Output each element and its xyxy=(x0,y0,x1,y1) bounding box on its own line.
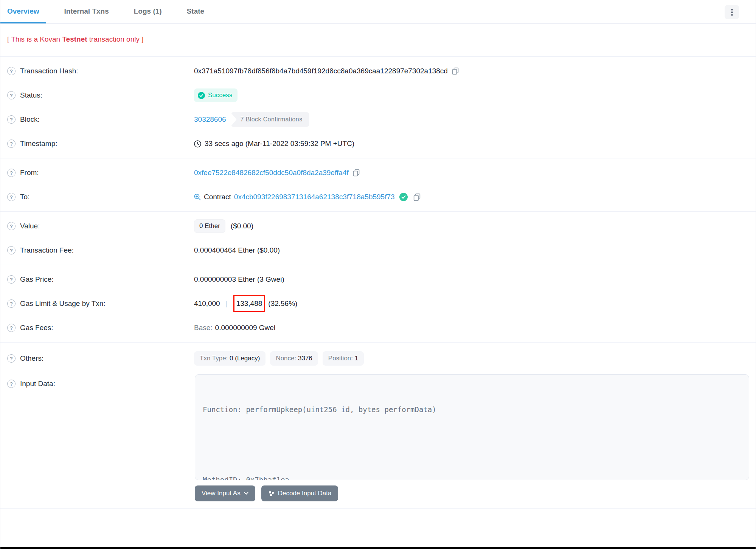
block-number-link[interactable]: 30328606 xyxy=(194,115,226,124)
others-section: ? Others: Txn Type: 0 (Legacy) Nonce: 33… xyxy=(0,343,756,509)
from-label: From: xyxy=(20,169,39,177)
copy-icon[interactable] xyxy=(413,193,421,201)
input-data-label: Input Data: xyxy=(20,380,55,388)
row-gas-price: ? Gas Price: 0.000000003 Ether (3 Gwei) xyxy=(0,267,756,292)
row-transaction-fee: ? Transaction Fee: 0.000400464 Ether ($0… xyxy=(0,238,756,262)
row-transaction-hash: ? Transaction Hash: 0x371a51097fb78df856… xyxy=(0,59,756,83)
help-icon[interactable]: ? xyxy=(7,354,16,363)
ether-value-badge: 0 Ether xyxy=(194,219,225,233)
annotation-highlight-box: 133,488 xyxy=(233,295,265,312)
tab-overview[interactable]: Overview xyxy=(0,0,46,23)
status-badge: Success xyxy=(194,88,238,102)
gas-price-label: Gas Price: xyxy=(20,275,54,284)
position-value: 1 xyxy=(355,355,358,362)
value-label: Value: xyxy=(20,222,40,230)
gas-limit-usage-label: Gas Limit & Usage by Txn: xyxy=(20,299,106,308)
view-input-as-button[interactable]: View Input As xyxy=(195,485,255,501)
help-icon[interactable]: ? xyxy=(7,115,16,124)
row-gas-limit-usage: ? Gas Limit & Usage by Txn: 410,000 | 13… xyxy=(0,292,756,316)
help-icon[interactable]: ? xyxy=(7,299,16,308)
help-icon[interactable]: ? xyxy=(7,67,16,75)
check-circle-icon xyxy=(198,92,205,99)
timestamp-label: Timestamp: xyxy=(20,140,57,148)
clock-icon xyxy=(194,140,201,147)
transaction-fee-label: Transaction Fee: xyxy=(20,246,74,254)
txn-type-name: Txn Type: xyxy=(200,355,230,362)
row-input-data: ? Input Data: Function: performUpkeep(ui… xyxy=(0,374,756,480)
to-contract-word: Contract xyxy=(204,193,231,201)
status-value: Success xyxy=(208,92,232,99)
timestamp-value: 33 secs ago (Mar-11-2022 03:59:32 PM +UT… xyxy=(205,140,354,148)
gas-used-percent: (32.56%) xyxy=(268,299,297,308)
block-label: Block: xyxy=(20,115,40,124)
nonce-name: Nonce: xyxy=(276,355,298,362)
copy-icon[interactable] xyxy=(352,169,360,177)
help-icon[interactable]: ? xyxy=(7,324,16,332)
to-label: To: xyxy=(20,193,29,201)
bottom-bar xyxy=(0,547,756,549)
summary-section: ? Transaction Hash: 0x371a51097fb78df856… xyxy=(0,57,756,158)
help-icon[interactable]: ? xyxy=(7,380,16,388)
tab-internal-txns[interactable]: Internal Txns xyxy=(57,0,116,23)
tab-bar: Overview Internal Txns Logs (1) State xyxy=(0,0,756,24)
gas-fees-label: Gas Fees: xyxy=(20,324,53,332)
gas-used-value: 133,488 xyxy=(236,299,262,307)
notice-section: [ This is a Kovan Testnet transaction on… xyxy=(0,24,756,57)
value-usd: ($0.00) xyxy=(231,222,253,230)
input-data-textarea[interactable]: Function: performUpkeep(uint256 id, byte… xyxy=(195,374,749,480)
row-others: ? Others: Txn Type: 0 (Legacy) Nonce: 33… xyxy=(0,345,756,372)
row-block: ? Block: 30328606 7 Block Confirmations xyxy=(0,107,756,132)
status-label: Status: xyxy=(20,91,42,99)
row-status: ? Status: Success xyxy=(0,83,756,107)
input-blank-line xyxy=(203,439,741,451)
value-section: ? Value: 0 Ether ($0.00) ? Transaction F… xyxy=(0,212,756,265)
more-options-button[interactable] xyxy=(725,5,739,19)
gas-limit-value: 410,000 xyxy=(194,299,220,308)
decode-input-data-button[interactable]: Decode Input Data xyxy=(261,485,338,501)
txn-type-badge: Txn Type: 0 (Legacy) xyxy=(194,351,265,366)
decode-icon xyxy=(268,490,275,497)
from-address-link[interactable]: 0xfee7522e8482682cf50ddc50a0f8da2a39effa… xyxy=(194,169,349,177)
testnet-notice: [ This is a Kovan Testnet transaction on… xyxy=(0,26,756,54)
gas-section: ? Gas Price: 0.000000003 Ether (3 Gwei) … xyxy=(0,265,756,343)
help-icon[interactable]: ? xyxy=(7,275,16,284)
notice-bold: Testnet xyxy=(62,35,87,43)
notice-suffix: transaction only ] xyxy=(87,35,144,43)
tab-state[interactable]: State xyxy=(180,0,211,23)
zoom-in-icon[interactable] xyxy=(194,194,201,200)
gas-fees-base-value: 0.000000009 Gwei xyxy=(215,324,276,332)
footer-divider xyxy=(0,520,756,520)
help-icon[interactable]: ? xyxy=(7,91,16,99)
nonce-badge: Nonce: 3376 xyxy=(270,351,318,366)
gas-price-value: 0.000000003 Ether (3 Gwei) xyxy=(194,275,284,284)
row-from: ? From: 0xfee7522e8482682cf50ddc50a0f8da… xyxy=(0,161,756,185)
position-name: Position: xyxy=(328,355,355,362)
row-timestamp: ? Timestamp: 33 secs ago (Mar-11-2022 03… xyxy=(0,132,756,156)
help-icon[interactable]: ? xyxy=(7,222,16,230)
help-icon[interactable]: ? xyxy=(7,169,16,177)
help-icon[interactable]: ? xyxy=(7,140,16,148)
block-confirmations-badge: 7 Block Confirmations xyxy=(231,112,309,127)
nonce-value: 3376 xyxy=(298,355,312,362)
tab-logs[interactable]: Logs (1) xyxy=(127,0,169,23)
copy-icon[interactable] xyxy=(452,67,459,75)
row-to: ? To: Contract 0x4cb093f226983713164a621… xyxy=(0,185,756,209)
input-function-line: Function: performUpkeep(uint256 id, byte… xyxy=(203,404,741,416)
transaction-detail-card: Overview Internal Txns Logs (1) State [ … xyxy=(0,0,756,549)
to-address-link[interactable]: 0x4cb093f226983713164a62138c3f718a5b595f… xyxy=(234,193,395,201)
help-icon[interactable]: ? xyxy=(7,193,16,201)
gas-separator: | xyxy=(225,299,227,308)
row-gas-fees: ? Gas Fees: Base: 0.000000009 Gwei xyxy=(0,316,756,340)
transaction-hash-label: Transaction Hash: xyxy=(20,67,78,75)
gas-fees-base-label: Base: xyxy=(194,324,213,332)
addresses-section: ? From: 0xfee7522e8482682cf50ddc50a0f8da… xyxy=(0,158,756,212)
help-icon[interactable]: ? xyxy=(7,246,16,254)
txn-type-value: 0 (Legacy) xyxy=(230,355,260,362)
notice-prefix: [ This is a Kovan xyxy=(7,35,62,43)
resize-handle[interactable] xyxy=(742,473,747,478)
others-label: Others: xyxy=(20,354,43,363)
decode-input-data-label: Decode Input Data xyxy=(278,490,332,497)
transaction-fee-value: 0.000400464 Ether ($0.00) xyxy=(194,246,280,254)
transaction-hash-value: 0x371a51097fb78df856f8b4a7bd459f192d8cc8… xyxy=(194,67,448,75)
view-input-as-label: View Input As xyxy=(202,490,241,497)
